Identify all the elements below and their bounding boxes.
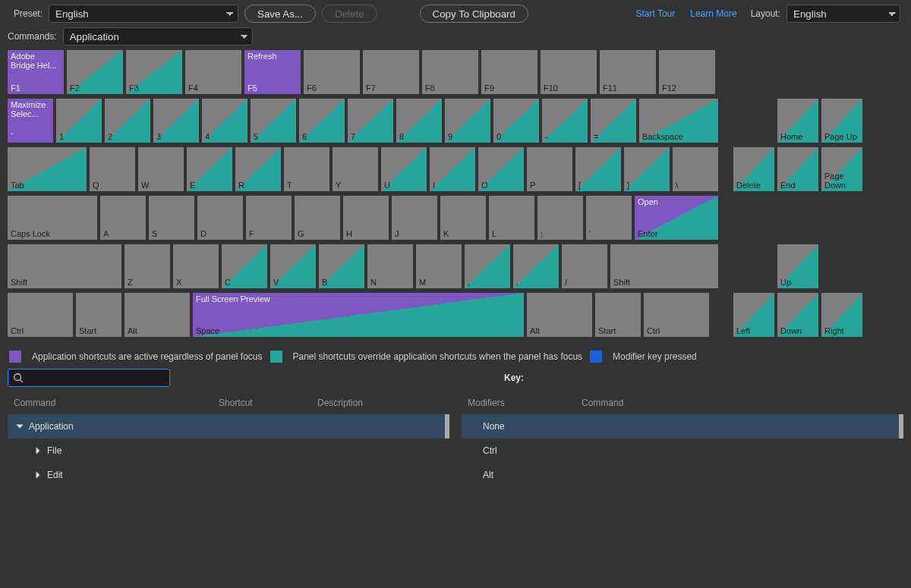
key-right[interactable]: Right <box>821 293 862 337</box>
search-input[interactable] <box>27 372 165 385</box>
key-backspace[interactable]: Backspace <box>639 99 718 143</box>
layout-select[interactable]: English <box>786 5 900 23</box>
key-alt[interactable]: Alt <box>125 293 190 337</box>
key-c[interactable]: C <box>222 244 267 288</box>
search-box[interactable] <box>8 369 170 387</box>
key-k[interactable]: K <box>440 196 486 240</box>
key-m[interactable]: M <box>416 244 462 288</box>
key-d[interactable]: D <box>197 196 243 240</box>
key-w[interactable]: W <box>138 147 184 191</box>
key-left[interactable]: Left <box>733 293 774 337</box>
key-space[interactable]: Full Screen PreviewSpace <box>193 293 524 337</box>
key-n[interactable]: N <box>367 244 413 288</box>
key-b[interactable]: B <box>319 244 364 288</box>
key-f10[interactable]: F10 <box>541 50 597 94</box>
key-a[interactable]: A <box>100 196 146 240</box>
commands-select[interactable]: Application <box>63 27 253 46</box>
key-f12[interactable]: F12 <box>659 50 715 94</box>
key-end[interactable]: End <box>777 147 818 191</box>
key-f11[interactable]: F11 <box>600 50 656 94</box>
key-2[interactable]: 2 <box>105 99 150 143</box>
key-5[interactable]: 5 <box>251 99 296 143</box>
key-o[interactable]: O <box>478 147 524 191</box>
key-shift[interactable]: Shift <box>610 244 718 288</box>
key--[interactable]: Maximize Selec...` <box>8 99 53 143</box>
key-f[interactable]: F <box>246 196 292 240</box>
key-l[interactable]: L <box>489 196 534 240</box>
modifier-row[interactable]: Alt <box>462 463 903 487</box>
key--[interactable]: ' <box>586 196 632 240</box>
key-start[interactable]: Start <box>76 293 121 337</box>
modifiers-list: Modifiers Command NoneCtrlAlt <box>462 393 903 487</box>
key-f3[interactable]: F3 <box>126 50 182 94</box>
key-home[interactable]: Home <box>777 99 818 143</box>
key-start[interactable]: Start <box>595 293 641 337</box>
key-g[interactable]: G <box>295 196 340 240</box>
command-row[interactable]: File <box>8 439 449 463</box>
key-h[interactable]: H <box>343 196 389 240</box>
command-row[interactable]: Edit <box>8 463 449 487</box>
key-delete[interactable]: Delete <box>733 147 774 191</box>
key-r[interactable]: R <box>235 147 281 191</box>
save-as-button[interactable]: Save As... <box>244 5 316 23</box>
key-z[interactable]: Z <box>125 244 170 288</box>
key-8[interactable]: 8 <box>396 99 442 143</box>
key--[interactable]: / <box>562 244 607 288</box>
learn-more-link[interactable]: Learn More <box>690 8 736 19</box>
key-7[interactable]: 7 <box>348 99 393 143</box>
key-j[interactable]: J <box>392 196 437 240</box>
key-f1[interactable]: Adobe Bridge Hel...F1 <box>8 50 64 94</box>
key-enter[interactable]: OpenEnter <box>635 196 718 240</box>
key-f6[interactable]: F6 <box>304 50 360 94</box>
legend-swatch-mod <box>590 351 602 363</box>
key-page-down[interactable]: Page Down <box>821 147 862 191</box>
key-f7[interactable]: F7 <box>363 50 419 94</box>
key-e[interactable]: E <box>187 147 232 191</box>
key--[interactable]: , <box>465 244 510 288</box>
key-v[interactable]: V <box>270 244 316 288</box>
key-6[interactable]: 6 <box>299 99 345 143</box>
key-caps-lock[interactable]: Caps Lock <box>8 196 97 240</box>
copy-clipboard-button[interactable]: Copy To Clipboard <box>420 5 528 23</box>
key-f5[interactable]: RefreshF5 <box>244 50 301 94</box>
key-p[interactable]: P <box>527 147 572 191</box>
key-f9[interactable]: F9 <box>481 50 537 94</box>
modifier-row[interactable]: Ctrl <box>462 439 903 463</box>
key-0[interactable]: 0 <box>493 99 539 143</box>
key-x[interactable]: X <box>173 244 219 288</box>
key--[interactable]: = <box>591 99 636 143</box>
key-ctrl[interactable]: Ctrl <box>644 293 709 337</box>
key-alt[interactable]: Alt <box>527 293 592 337</box>
key-9[interactable]: 9 <box>445 99 490 143</box>
key-y[interactable]: Y <box>333 147 378 191</box>
key-f2[interactable]: F2 <box>67 50 123 94</box>
command-row[interactable]: Application <box>8 414 449 439</box>
key-q[interactable]: Q <box>90 147 135 191</box>
key-f8[interactable]: F8 <box>422 50 478 94</box>
key-shift[interactable]: Shift <box>8 244 121 288</box>
key-tab[interactable]: Tab <box>8 147 87 191</box>
key-f4[interactable]: F4 <box>185 50 241 94</box>
key-up[interactable]: Up <box>777 244 818 288</box>
key--[interactable]: ; <box>537 196 583 240</box>
key-1[interactable]: 1 <box>56 99 102 143</box>
key-ctrl[interactable]: Ctrl <box>8 293 73 337</box>
preset-select[interactable]: English <box>49 5 238 23</box>
key--[interactable]: - <box>542 99 588 143</box>
key-u[interactable]: U <box>381 147 427 191</box>
key--[interactable]: [ <box>575 147 621 191</box>
key-t[interactable]: T <box>284 147 329 191</box>
legend-mod-text: Modifier key pressed <box>613 351 697 362</box>
key-down[interactable]: Down <box>777 293 818 337</box>
key--[interactable]: . <box>513 244 559 288</box>
key-page-up[interactable]: Page Up <box>821 99 862 143</box>
key-3[interactable]: 3 <box>153 99 199 143</box>
key--[interactable]: \ <box>673 147 718 191</box>
start-tour-link[interactable]: Start Tour <box>635 8 675 19</box>
modifier-row[interactable]: None <box>462 414 903 439</box>
key-i[interactable]: I <box>430 147 475 191</box>
key--[interactable]: ] <box>624 147 670 191</box>
delete-button[interactable]: Delete <box>322 5 377 23</box>
key-4[interactable]: 4 <box>202 99 247 143</box>
key-s[interactable]: S <box>149 196 194 240</box>
